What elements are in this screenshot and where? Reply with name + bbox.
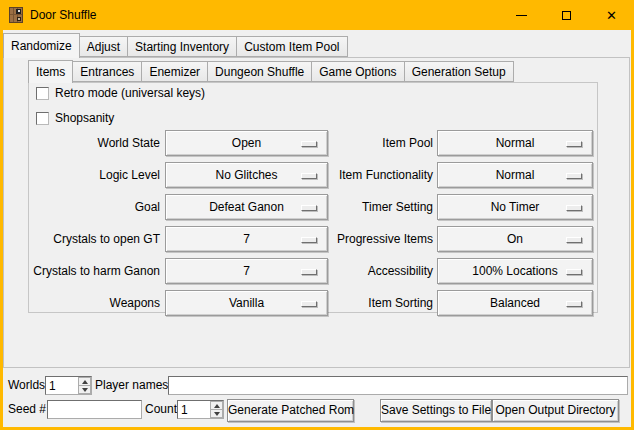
up-arrow-icon <box>82 380 88 384</box>
dropdown-value: 7 <box>243 232 250 246</box>
logic-level-dropdown[interactable]: No Glitches <box>165 162 328 188</box>
count-input[interactable] <box>178 401 210 418</box>
tab-enemizer[interactable]: Enemizer <box>142 61 208 82</box>
dropdown-indicator-icon <box>301 269 317 275</box>
retro-mode-checkbox-row[interactable]: Retro mode (universal keys) <box>36 86 205 100</box>
tab-starting-inventory[interactable]: Starting Inventory <box>128 36 237 57</box>
tab-randomize[interactable]: Randomize <box>3 33 80 58</box>
minimize-icon <box>516 15 527 16</box>
tab-entrances[interactable]: Entrances <box>73 61 142 82</box>
close-button[interactable]: ✕ <box>589 0 634 30</box>
weapons-label: Weapons <box>110 290 160 316</box>
crystals-ganon-label: Crystals to harm Ganon <box>33 258 160 284</box>
worlds-label: Worlds <box>8 376 45 395</box>
progressive-items-label: Progressive Items <box>337 226 433 252</box>
count-label: Count <box>145 400 177 419</box>
generate-patched-rom-button[interactable]: Generate Patched Rom <box>227 399 354 422</box>
door-icon <box>8 7 24 23</box>
shopsanity-checkbox-row[interactable]: Shopsanity <box>36 111 114 125</box>
accessibility-dropdown[interactable]: 100% Locations <box>437 258 593 284</box>
dropdown-value: No Timer <box>491 200 540 214</box>
item-pool-dropdown[interactable]: Normal <box>437 130 593 156</box>
dropdown-value: On <box>507 232 523 246</box>
crystals-gt-dropdown[interactable]: 7 <box>165 226 328 252</box>
count-spinbox[interactable] <box>177 400 224 419</box>
shopsanity-label: Shopsanity <box>55 111 114 125</box>
dropdown-indicator-icon <box>301 205 317 211</box>
maximize-icon <box>562 11 571 20</box>
item-functionality-dropdown[interactable]: Normal <box>437 162 593 188</box>
progressive-items-dropdown[interactable]: On <box>437 226 593 252</box>
worlds-spinbox[interactable] <box>45 376 92 395</box>
up-arrow-icon <box>214 404 220 408</box>
dropdown-indicator-icon <box>566 141 582 147</box>
tab-dungeon-shuffle[interactable]: Dungeon Shuffle <box>208 61 312 82</box>
seed-field[interactable] <box>47 400 142 419</box>
dropdown-value: No Glitches <box>215 168 277 182</box>
count-down-button[interactable] <box>210 410 223 418</box>
crystals-ganon-dropdown[interactable]: 7 <box>165 258 328 284</box>
retro-mode-label: Retro mode (universal keys) <box>55 86 205 100</box>
save-settings-button[interactable]: Save Settings to File <box>380 399 492 422</box>
dropdown-value: Normal <box>496 168 535 182</box>
titlebar: Door Shuffle ✕ <box>0 0 634 30</box>
accessibility-label: Accessibility <box>368 258 433 284</box>
logic-level-label: Logic Level <box>99 162 160 188</box>
world-state-label: World State <box>98 130 160 156</box>
dropdown-indicator-icon <box>566 269 582 275</box>
close-icon: ✕ <box>606 9 617 22</box>
item-sorting-dropdown[interactable]: Balanced <box>437 290 593 316</box>
tab-items[interactable]: Items <box>28 60 73 83</box>
retro-mode-checkbox[interactable] <box>36 87 49 100</box>
dropdown-indicator-icon <box>566 301 582 307</box>
goal-label: Goal <box>135 194 160 220</box>
maximize-button[interactable] <box>544 0 589 30</box>
tab-custom-item-pool[interactable]: Custom Item Pool <box>237 36 347 57</box>
randomize-sub-tabbar: Items Entrances Enemizer Dungeon Shuffle… <box>28 60 514 82</box>
window-title: Door Shuffle <box>30 8 97 22</box>
player-names-field[interactable] <box>168 376 628 395</box>
dropdown-indicator-icon <box>566 205 582 211</box>
tab-adjust[interactable]: Adjust <box>80 36 128 57</box>
goal-dropdown[interactable]: Defeat Ganon <box>165 194 328 220</box>
weapons-dropdown[interactable]: Vanilla <box>165 290 328 316</box>
main-tabbar: Randomize Adjust Starting Inventory Cust… <box>3 33 348 57</box>
dropdown-indicator-icon <box>301 301 317 307</box>
count-spin-buttons <box>210 401 223 418</box>
minimize-button[interactable] <box>499 0 544 30</box>
dropdown-value: Normal <box>496 136 535 150</box>
dropdown-value: Open <box>232 136 261 150</box>
player-names-label: Player names <box>95 376 168 395</box>
seed-input[interactable] <box>48 401 141 418</box>
dropdown-value: Defeat Ganon <box>209 200 284 214</box>
dropdown-value: Vanilla <box>229 296 264 310</box>
dropdown-value: 7 <box>243 264 250 278</box>
dropdown-indicator-icon <box>566 173 582 179</box>
player-names-input[interactable] <box>169 377 627 394</box>
world-state-dropdown[interactable]: Open <box>165 130 328 156</box>
crystals-gt-label: Crystals to open GT <box>53 226 160 252</box>
seed-label: Seed # <box>8 400 46 419</box>
dropdown-indicator-icon <box>301 237 317 243</box>
timer-setting-label: Timer Setting <box>362 194 433 220</box>
shopsanity-checkbox[interactable] <box>36 112 49 125</box>
door-shuffle-window: Door Shuffle ✕ Randomize Adjust Starting… <box>0 0 634 430</box>
dropdown-indicator-icon <box>566 237 582 243</box>
worlds-spin-buttons <box>78 377 91 394</box>
worlds-up-button[interactable] <box>78 377 91 386</box>
tab-game-options[interactable]: Game Options <box>312 61 404 82</box>
worlds-down-button[interactable] <box>78 386 91 394</box>
down-arrow-icon <box>82 388 88 392</box>
item-pool-label: Item Pool <box>382 130 433 156</box>
open-output-directory-button[interactable]: Open Output Directory <box>492 399 619 422</box>
count-up-button[interactable] <box>210 401 223 410</box>
worlds-input[interactable] <box>46 377 78 394</box>
dropdown-value: 100% Locations <box>472 264 557 278</box>
dropdown-value: Balanced <box>490 296 540 310</box>
item-functionality-label: Item Functionality <box>339 162 433 188</box>
dropdown-indicator-icon <box>301 173 317 179</box>
dropdown-indicator-icon <box>301 141 317 147</box>
down-arrow-icon <box>214 412 220 416</box>
timer-setting-dropdown[interactable]: No Timer <box>437 194 593 220</box>
tab-generation-setup[interactable]: Generation Setup <box>405 61 514 82</box>
